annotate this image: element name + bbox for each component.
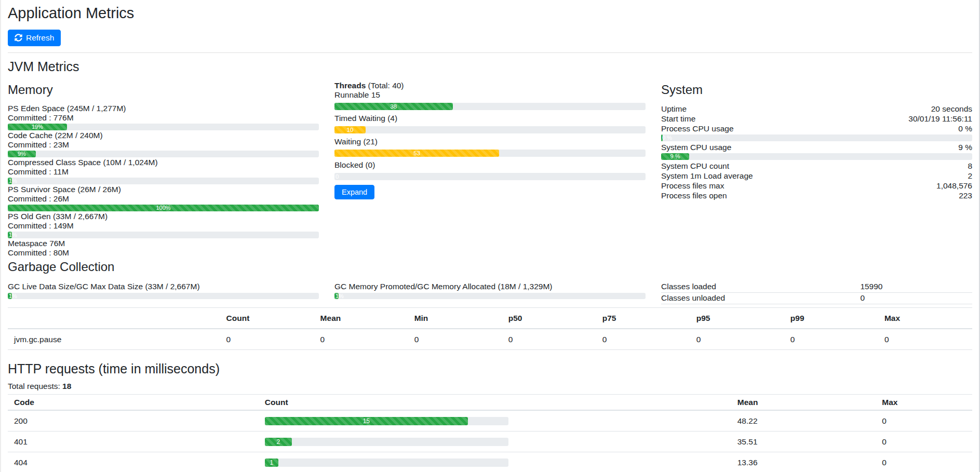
http-code: 404 — [8, 452, 259, 472]
memory-entry: Metaspace 76M Committed : 80M — [8, 239, 319, 258]
system-row-value: 0 % — [958, 124, 972, 133]
thread-entry: Blocked (0) 0 — [334, 160, 646, 180]
expand-button[interactable]: Expand — [334, 185, 374, 199]
col-header-mean: Mean — [314, 307, 408, 329]
col-header-max: Max — [876, 395, 972, 411]
thread-entry: Runnable 15 38 — [334, 90, 646, 110]
classes-unloaded-label: Classes unloaded — [661, 292, 860, 304]
col-header-count: Count — [259, 395, 731, 411]
http-count-cell: 2 — [259, 431, 731, 452]
table-row: jvm.gc.pause 0 0 0 0 0 0 0 0 — [8, 329, 972, 350]
memory-progressbar: 9% — [8, 151, 319, 157]
refresh-icon — [15, 34, 22, 42]
gc-pause-table: Count Mean Min p50 p75 p95 p99 Max jvm.g… — [8, 307, 972, 350]
col-header-p50: p50 — [502, 307, 596, 329]
progress-value: 1% — [9, 178, 17, 184]
memory-entry-label: Code Cache (22M / 240M) — [8, 131, 319, 140]
table-header-row: Code Count Mean Max — [8, 395, 972, 411]
thread-progressbar: 53 — [334, 150, 646, 157]
classes-table: Classes loaded 15990 Classes unloaded 0 — [661, 281, 972, 304]
gc-row: GC Live Data Size/GC Max Data Size (33M … — [8, 281, 972, 304]
header-divider — [8, 52, 972, 53]
gc-live-data-column: GC Live Data Size/GC Max Data Size (33M … — [8, 281, 319, 304]
progress-value: 53 — [413, 150, 420, 157]
garbage-collection-heading: Garbage Collection — [8, 260, 972, 274]
thread-state-label: Blocked (0) — [334, 160, 646, 170]
system-row: Process CPU usage 0 % — [661, 124, 972, 133]
gc-progressbar: 1% — [8, 293, 319, 299]
process-cpu-progressbar: 0 % — [661, 134, 972, 141]
progress-value: 19% — [32, 124, 43, 130]
col-header-count: Count — [220, 307, 314, 329]
metric-p99: 0 — [784, 329, 878, 350]
memory-progressbar: 1% — [8, 232, 319, 238]
threads-title-bold: Threads — [334, 81, 366, 90]
http-mean: 13.36 — [731, 452, 876, 472]
memory-entry-label: PS Eden Space (245M / 1,277M) — [8, 104, 319, 113]
http-count-progressbar: 2 — [265, 438, 509, 446]
http-mean: 48.22 — [731, 410, 876, 431]
total-requests-label: Total requests: — [8, 382, 62, 390]
http-code: 401 — [8, 431, 259, 452]
progress-value: 9 % — [670, 153, 680, 160]
gc-bar-label: GC Memory Promoted/GC Memory Allocated (… — [334, 281, 646, 291]
system-cpu-progressbar: 9 % — [661, 153, 972, 160]
col-header-p99: p99 — [784, 307, 878, 329]
memory-entry: PS Old Gen (33M / 2,667M) Committed : 14… — [8, 212, 319, 238]
threads-title: Threads (Total: 40) — [334, 80, 646, 90]
table-header-row: Count Mean Min p50 p75 p95 p99 Max — [8, 307, 972, 329]
memory-entry: PS Eden Space (245M / 1,277M) Committed … — [8, 104, 319, 130]
memory-entry-label: Compressed Class Space (10M / 1,024M) — [8, 158, 319, 167]
system-row-label: Start time — [661, 114, 695, 124]
metric-name: jvm.gc.pause — [8, 329, 220, 350]
progress-value: 38 — [390, 103, 397, 110]
progress-value: 1% — [335, 293, 344, 299]
system-row: Process files max 1,048,576 — [661, 181, 972, 191]
http-count-progressbar: 1 — [265, 458, 509, 467]
metric-p75: 0 — [596, 329, 690, 350]
system-row-label: Process files open — [661, 191, 727, 200]
table-row: Classes unloaded 0 — [661, 292, 972, 304]
memory-entry: PS Survivor Space (26M / 26M) Committed … — [8, 185, 319, 211]
table-row: 404 1 13.36 0 — [8, 452, 972, 472]
classes-loaded-label: Classes loaded — [661, 281, 860, 293]
threads-total: (Total: 40) — [366, 81, 404, 90]
system-row: Process files open 223 — [661, 191, 972, 200]
gc-memory-promoted-column: GC Memory Promoted/GC Memory Allocated (… — [334, 281, 646, 304]
metric-count: 0 — [220, 329, 314, 350]
jvm-metrics-heading: JVM Metrics — [8, 59, 972, 74]
system-row-label: Process files max — [661, 181, 724, 191]
system-row: System CPU usage 9 % — [661, 142, 972, 152]
memory-entry-committed: Committed : 776M — [8, 113, 319, 123]
table-row: 200 15 48.22 0 — [8, 410, 972, 431]
system-row-value: 20 seconds — [931, 104, 972, 114]
memory-entry-committed: Committed : 11M — [8, 167, 319, 177]
system-row: System CPU count 8 — [661, 161, 972, 171]
thread-entry: Timed Waiting (4) 10 — [334, 114, 646, 133]
thread-progressbar: 0 — [334, 173, 646, 180]
col-header-mean: Mean — [731, 395, 876, 411]
progress-value: 1% — [9, 293, 17, 299]
system-row-value: 30/01/19 11:56:11 — [908, 114, 972, 124]
system-row-label: System 1m Load average — [661, 171, 753, 181]
http-code: 200 — [8, 410, 259, 431]
refresh-button-label: Refresh — [26, 33, 54, 43]
http-max: 0 — [876, 410, 972, 431]
metric-mean: 0 — [314, 329, 408, 350]
memory-entry-label: Metaspace 76M — [8, 239, 319, 248]
memory-heading: Memory — [8, 83, 319, 97]
memory-progressbar: 100% — [8, 205, 319, 211]
col-header-max: Max — [878, 307, 972, 329]
refresh-button[interactable]: Refresh — [8, 30, 61, 46]
http-mean: 35.51 — [731, 431, 876, 452]
memory-column: Memory PS Eden Space (245M / 1,277M) Com… — [8, 80, 319, 258]
jvm-row: Memory PS Eden Space (245M / 1,277M) Com… — [8, 80, 972, 258]
http-max: 0 — [876, 452, 972, 472]
thread-state-label: Waiting (21) — [334, 137, 646, 146]
progress-value: 0 % — [662, 134, 672, 141]
classes-loaded-value: 15990 — [860, 281, 972, 293]
http-requests-table: Code Count Mean Max 200 15 48.22 0 401 — [8, 394, 972, 472]
system-row: Start time 30/01/19 11:56:11 — [661, 114, 972, 124]
table-row: Classes loaded 15990 — [661, 281, 972, 293]
memory-entry-label: PS Old Gen (33M / 2,667M) — [8, 212, 319, 221]
